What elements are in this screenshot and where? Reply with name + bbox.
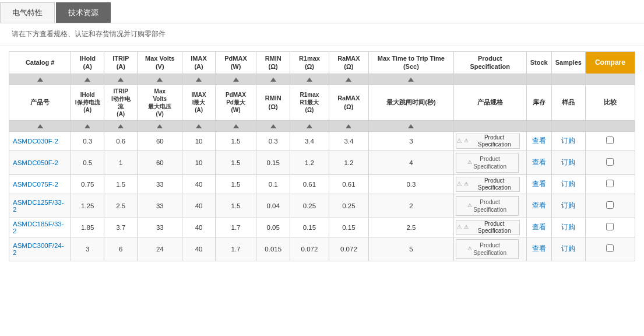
cell-compare bbox=[585, 174, 635, 194]
cell-rmin: 0.3 bbox=[256, 131, 290, 150]
cell-rmin: 0.04 bbox=[256, 194, 290, 218]
stock-link[interactable]: 查看 bbox=[532, 244, 546, 253]
stock-link[interactable]: 查看 bbox=[532, 136, 546, 145]
sort2-rmin[interactable] bbox=[256, 120, 290, 131]
cell-ihold: 1.25 bbox=[71, 194, 104, 218]
cell-itrip: 2.5 bbox=[104, 194, 138, 218]
sort-arrow-rmin[interactable] bbox=[270, 78, 276, 82]
order-link[interactable]: 订购 bbox=[561, 136, 575, 145]
sort-arrow-imax[interactable] bbox=[196, 78, 202, 82]
sort-arrow-itrip[interactable] bbox=[118, 78, 124, 82]
order-link[interactable]: 订购 bbox=[561, 201, 575, 209]
order-link[interactable]: 订购 bbox=[561, 244, 575, 253]
product-spec-image[interactable]: ⚠Product Specification bbox=[456, 134, 520, 149]
compare-checkbox[interactable] bbox=[606, 180, 614, 187]
stock-link[interactable]: 查看 bbox=[532, 158, 546, 166]
table-row: ASMDC300F/24-2 3 6 24 40 1.7 0.015 0.072… bbox=[9, 237, 635, 261]
sort2-arrow-maxvolts[interactable] bbox=[157, 124, 163, 128]
col-ramax-cn: RaMAX (Ω) bbox=[329, 85, 369, 120]
sort-r1max[interactable] bbox=[290, 74, 329, 85]
compare-checkbox[interactable] bbox=[606, 223, 614, 230]
sort2-itrip[interactable] bbox=[104, 120, 138, 131]
compare-checkbox[interactable] bbox=[606, 201, 614, 209]
cell-ramax: 3.4 bbox=[329, 131, 369, 150]
cell-pdmax: 1.5 bbox=[216, 174, 256, 194]
sort-arrow-catalog[interactable] bbox=[37, 78, 43, 82]
cell-itrip: 3.7 bbox=[104, 218, 138, 237]
sort-arrow-ihold[interactable] bbox=[85, 78, 90, 82]
sort-rmin[interactable] bbox=[256, 74, 290, 85]
order-link[interactable]: 订购 bbox=[561, 223, 575, 231]
col-productspec-cn: 产品规格 bbox=[453, 85, 526, 120]
sort-ramax[interactable] bbox=[329, 74, 369, 85]
stock-link[interactable]: 查看 bbox=[532, 223, 546, 231]
product-spec-image[interactable]: ⚠ProductSpecification bbox=[456, 239, 519, 259]
compare-checkbox[interactable] bbox=[606, 244, 614, 252]
sort2-arrow-pdmax[interactable] bbox=[233, 124, 239, 128]
product-spec-image[interactable]: ⚠ProductSpecification bbox=[456, 196, 519, 216]
col-samples-en: Samples bbox=[551, 52, 585, 74]
sort2-arrow-itrip[interactable] bbox=[118, 124, 124, 128]
cell-compare bbox=[585, 194, 635, 218]
sort2-ihold[interactable] bbox=[71, 120, 104, 131]
cell-ramax: 0.25 bbox=[329, 194, 369, 218]
sort2-imax[interactable] bbox=[182, 120, 216, 131]
sort-imax[interactable] bbox=[182, 74, 216, 85]
table-row: ASMDC050F-2 0.5 1 60 10 1.5 0.15 1.2 1.2… bbox=[9, 150, 635, 174]
cell-productspec: ⚠Product Specification bbox=[453, 218, 526, 237]
compare-button[interactable]: Compare bbox=[589, 55, 631, 69]
catalog-link[interactable]: ASMDC300F/24-2 bbox=[13, 242, 64, 256]
cell-pdmax: 1.7 bbox=[216, 237, 256, 261]
sort-itrip[interactable] bbox=[104, 74, 138, 85]
sort-ihold[interactable] bbox=[71, 74, 104, 85]
sort2-maxvolts[interactable] bbox=[138, 120, 182, 131]
catalog-link[interactable]: ASMDC050F-2 bbox=[13, 159, 58, 166]
sort-arrow-pdmax[interactable] bbox=[233, 78, 239, 82]
product-spec-image[interactable]: ⚠Product Specification bbox=[456, 220, 520, 235]
col-itrip-cn: ITRIPI动作电流(A) bbox=[104, 85, 138, 120]
sort2-arrow-r1max[interactable] bbox=[307, 124, 312, 128]
sort-pdmax[interactable] bbox=[216, 74, 256, 85]
sort2-arrow-maxtime[interactable] bbox=[408, 124, 414, 128]
col-compare-cn: 比较 bbox=[585, 85, 635, 120]
cell-itrip: 6 bbox=[104, 237, 138, 261]
sort2-r1max[interactable] bbox=[290, 120, 329, 131]
compare-checkbox[interactable] bbox=[606, 136, 614, 144]
sort2-arrow-rmin[interactable] bbox=[270, 124, 276, 128]
sort2-catalog[interactable] bbox=[9, 120, 71, 131]
cell-order: 订购 bbox=[551, 174, 585, 194]
sort-arrow-maxtime[interactable] bbox=[408, 78, 414, 82]
product-spec-image[interactable]: ⚠ProductSpecification bbox=[456, 153, 519, 173]
sort-maxvolts[interactable] bbox=[138, 74, 182, 85]
product-spec-image[interactable]: ⚠Product Specification bbox=[456, 177, 520, 192]
sort-arrow-r1max[interactable] bbox=[307, 78, 312, 82]
order-link[interactable]: 订购 bbox=[561, 180, 575, 188]
sort2-pdmax[interactable] bbox=[216, 120, 256, 131]
sort2-arrow-ihold[interactable] bbox=[85, 124, 90, 128]
catalog-link[interactable]: ASMDC030F-2 bbox=[13, 138, 58, 145]
cell-stock: 查看 bbox=[526, 131, 551, 150]
sort2-arrow-catalog[interactable] bbox=[37, 124, 43, 128]
sort2-arrow-ramax[interactable] bbox=[346, 124, 351, 128]
sort-catalog[interactable] bbox=[9, 74, 71, 85]
stock-link[interactable]: 查看 bbox=[532, 201, 546, 209]
sort-arrow-ramax[interactable] bbox=[346, 78, 351, 82]
cell-stock: 查看 bbox=[526, 194, 551, 218]
sort2-stock bbox=[526, 120, 551, 131]
catalog-link[interactable]: ASMDC075F-2 bbox=[13, 181, 58, 188]
order-link[interactable]: 订购 bbox=[561, 158, 575, 166]
sort-arrow-maxvolts[interactable] bbox=[157, 78, 163, 82]
sort2-arrow-imax[interactable] bbox=[196, 124, 202, 128]
stock-link[interactable]: 查看 bbox=[532, 180, 546, 188]
cell-maxvolts: 33 bbox=[138, 218, 182, 237]
catalog-link[interactable]: ASMDC125F/33-2 bbox=[13, 199, 64, 213]
tab-tech-resources[interactable]: 技术资源 bbox=[56, 2, 111, 23]
cell-order: 订购 bbox=[551, 131, 585, 150]
sort2-ramax[interactable] bbox=[329, 120, 369, 131]
compare-checkbox[interactable] bbox=[606, 158, 614, 166]
tab-electrical[interactable]: 电气特性 bbox=[0, 2, 55, 23]
sort-maxtime[interactable] bbox=[369, 74, 453, 85]
catalog-link[interactable]: ASMDC185F/33-2 bbox=[13, 220, 64, 235]
sort2-maxtime[interactable] bbox=[369, 120, 453, 131]
product-table: Catalog # IHold (A) ITRIP (A) Max Volts … bbox=[9, 51, 635, 261]
